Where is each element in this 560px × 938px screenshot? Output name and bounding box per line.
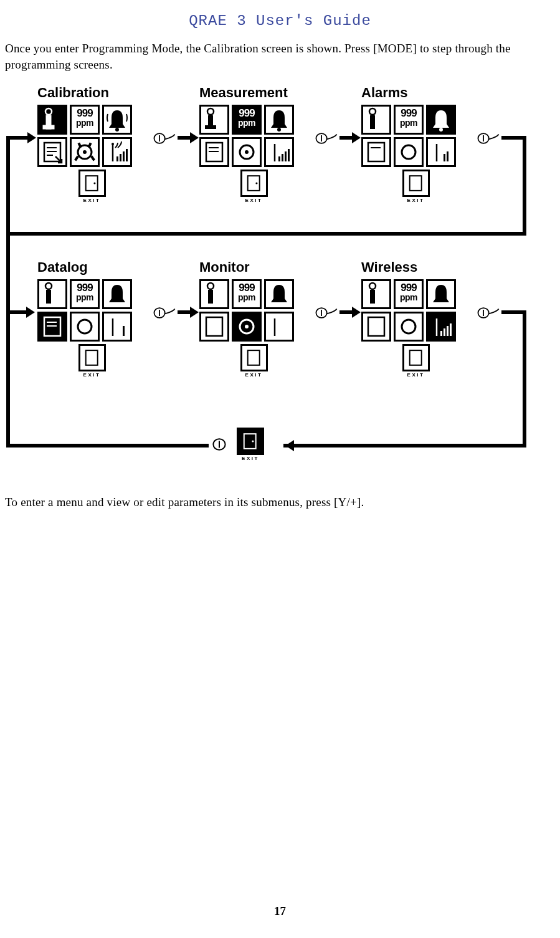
screen-title: Monitor (199, 259, 308, 275)
svg-point-25 (277, 128, 281, 132)
datalog-icon (361, 312, 391, 342)
svg-rect-32 (278, 156, 280, 161)
exit-label: EXIT (37, 198, 146, 203)
svg-rect-56 (85, 350, 97, 365)
svg-point-43 (402, 145, 415, 159)
svg-point-53 (78, 320, 92, 333)
doc-title: QRAE 3 User's Guide (0, 0, 560, 41)
measurement-icon: 999ppm (394, 279, 424, 309)
svg-rect-33 (282, 154, 283, 161)
alarm-icon (426, 105, 456, 135)
mode-button-icon (477, 305, 500, 320)
alarm-icon (264, 279, 294, 309)
connector-line (523, 310, 526, 447)
mode-button-icon (212, 437, 227, 452)
svg-point-30 (245, 150, 249, 154)
arrow-right-icon (339, 136, 353, 140)
svg-point-61 (245, 325, 249, 328)
monitor-icon (394, 137, 424, 167)
mode-button-icon (477, 131, 500, 146)
svg-point-9 (83, 150, 87, 154)
screen-title: Datalog (37, 259, 146, 275)
measurement-icon: 999ppm (394, 105, 424, 135)
svg-rect-73 (409, 350, 421, 365)
svg-rect-41 (368, 143, 384, 161)
screen-datalog: Datalog 999ppm EXIT (37, 259, 146, 378)
svg-rect-45 (444, 154, 445, 161)
wireless-icon (102, 312, 132, 342)
arrow-right-icon (178, 310, 191, 314)
page-number: 17 (0, 904, 560, 918)
alarm-icon (426, 279, 456, 309)
monitor-icon (70, 137, 100, 167)
svg-point-21 (93, 183, 95, 184)
monitor-icon (394, 312, 424, 342)
svg-rect-66 (368, 317, 384, 336)
datalog-icon (37, 312, 67, 342)
wireless-icon (426, 312, 456, 342)
svg-point-64 (369, 283, 376, 289)
screen-title: Alarms (361, 85, 470, 101)
exit-icon (237, 428, 264, 455)
svg-rect-19 (126, 149, 128, 161)
screen-measurement: Measurement 999ppm EXIT (199, 85, 308, 203)
svg-rect-46 (447, 151, 448, 161)
exit-icon (402, 170, 430, 197)
screen-monitor: Monitor 999ppm EXIT (199, 259, 308, 378)
connector-line (523, 136, 526, 236)
svg-rect-18 (123, 151, 125, 161)
alarm-icon (264, 105, 294, 135)
calibration-icon (37, 279, 67, 309)
svg-rect-59 (206, 317, 222, 336)
screen-title: Measurement (199, 85, 308, 101)
svg-rect-17 (120, 154, 121, 161)
exit-icon (78, 344, 106, 371)
alarm-icon (102, 279, 132, 309)
mode-button-icon (153, 305, 176, 320)
monitor-icon (232, 137, 262, 167)
calibration-icon (199, 105, 229, 135)
svg-rect-86 (244, 434, 256, 449)
datalog-icon (199, 137, 229, 167)
wireless-icon (426, 137, 456, 167)
arrow-right-icon (6, 136, 29, 140)
svg-rect-49 (46, 290, 51, 304)
wireless-icon (102, 137, 132, 167)
svg-rect-24 (205, 125, 216, 129)
svg-point-87 (252, 441, 254, 443)
programming-diagram: Calibration 999ppm EXIT Measurement 999p… (37, 85, 554, 481)
exit-icon (240, 170, 268, 197)
calibration-icon (37, 105, 67, 135)
svg-point-57 (207, 283, 214, 289)
screen-title: Wireless (361, 259, 470, 275)
arrow-right-icon (339, 310, 353, 314)
measurement-icon: 999ppm (70, 105, 100, 135)
connector-line (6, 444, 209, 447)
screen-title: Calibration (37, 85, 146, 101)
svg-rect-20 (85, 176, 97, 191)
measurement-icon: 999ppm (232, 279, 262, 309)
alarm-icon (102, 105, 132, 135)
svg-rect-55 (123, 326, 125, 336)
svg-rect-69 (440, 331, 442, 336)
svg-rect-39 (370, 115, 375, 129)
svg-point-3 (115, 128, 119, 132)
svg-point-22 (207, 108, 214, 115)
svg-rect-63 (247, 350, 259, 365)
screen-wireless: Wireless 999ppm EXIT (361, 259, 470, 378)
exit-icon (78, 170, 106, 197)
svg-rect-71 (447, 326, 448, 336)
exit-icon (240, 344, 268, 371)
connector-line (6, 232, 526, 236)
connector-line (6, 136, 10, 447)
monitor-icon (232, 312, 262, 342)
svg-point-0 (45, 108, 52, 115)
outro-paragraph: To enter a menu and view or edit paramet… (0, 481, 560, 509)
measurement-icon: 999ppm (70, 279, 100, 309)
calibration-icon (361, 279, 391, 309)
svg-rect-47 (409, 176, 421, 191)
svg-point-37 (255, 183, 257, 184)
wireless-icon (264, 312, 294, 342)
mode-button-icon (315, 305, 338, 320)
monitor-icon (70, 312, 100, 342)
